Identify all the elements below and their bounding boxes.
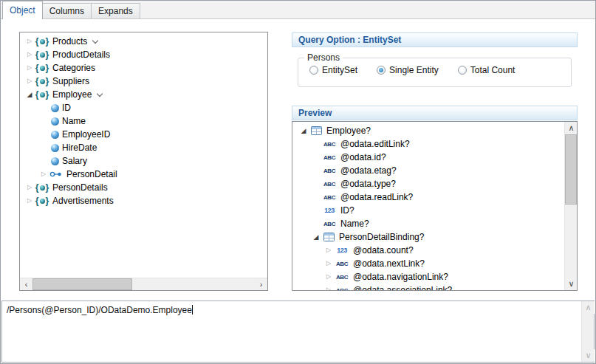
preview-tree-row[interactable]: ABCName? xyxy=(292,217,564,230)
123-number-icon: 123 xyxy=(334,247,350,254)
tab-expands[interactable]: Expands xyxy=(91,3,140,18)
field-icon xyxy=(51,131,59,139)
collapsed-expander-icon[interactable]: ▷ xyxy=(323,287,334,290)
entity-tree-row[interactable]: ◢{}Employee xyxy=(20,88,267,101)
field-icon xyxy=(51,104,59,112)
tab-object[interactable]: Object xyxy=(2,1,43,19)
collapsed-expander-icon[interactable]: ▷ xyxy=(24,52,35,58)
tree-item-label: Employee? xyxy=(326,126,371,136)
radio-button[interactable] xyxy=(458,66,467,75)
abc-string-icon: ABC xyxy=(321,181,338,188)
preview-tree-row[interactable]: ▷ABC@odata.nextLink? xyxy=(292,257,564,270)
odata-source-editor-window: ObjectColumnsExpands ▷{}Products▷{}Produ… xyxy=(0,0,596,364)
tree-item-label: Name? xyxy=(340,219,369,229)
abc-string-icon: ABC xyxy=(321,154,338,161)
tree-item-label: ProductDetails xyxy=(52,49,110,60)
tree-item-label: @odata.editLink? xyxy=(340,139,410,149)
radio-label: Single Entity xyxy=(389,65,439,75)
preview-tree-row[interactable]: ABC@odata.type? xyxy=(292,177,564,190)
tree-item-label: Advertisements xyxy=(52,196,114,206)
collapsed-expander-icon[interactable]: ▷ xyxy=(323,274,334,280)
preview-tree-row[interactable]: ABC@odata.etag? xyxy=(292,164,564,177)
chevron-down-icon[interactable] xyxy=(92,38,100,45)
tab-strip: ObjectColumnsExpands xyxy=(1,1,595,19)
entity-set-icon: {} xyxy=(35,90,49,99)
preview-tree-row[interactable]: ABC@odata.editLink? xyxy=(292,137,564,151)
collapsed-expander-icon[interactable]: ▷ xyxy=(323,247,334,253)
collapsed-expander-icon[interactable]: ▷ xyxy=(24,78,35,84)
tree-item-label: ID? xyxy=(340,205,354,216)
scroll-down-button[interactable]: ∨ xyxy=(565,278,578,290)
scroll-up-button[interactable]: ∧ xyxy=(582,301,595,314)
scrollbar-track[interactable] xyxy=(582,314,594,349)
collapsed-expander-icon[interactable]: ▷ xyxy=(24,185,35,190)
query-path-text[interactable]: /Persons(@Person_ID)/ODataDemo.Employee xyxy=(7,305,578,315)
scroll-left-button[interactable]: ‹ xyxy=(20,278,32,291)
tree-item-label: Categories xyxy=(52,63,95,73)
preview-tree-row[interactable]: ▷ABC@odata.navigationLink? xyxy=(292,270,564,284)
preview-tree-row[interactable]: ABC@odata.readLink? xyxy=(292,190,564,204)
field-icon xyxy=(51,144,59,152)
scrollbar-thumb[interactable] xyxy=(32,278,132,290)
scroll-down-button[interactable]: ∨ xyxy=(582,349,595,362)
entity-set-icon: {} xyxy=(35,63,49,72)
collapsed-expander-icon[interactable]: ▷ xyxy=(24,65,35,71)
query-path-value[interactable]: /Persons(@Person_ID)/ODataDemo.Employee xyxy=(7,305,192,315)
expanded-expander-icon[interactable]: ◢ xyxy=(298,128,309,134)
editor-vertical-scrollbar[interactable]: ∧ ∨ xyxy=(581,301,594,362)
radio-option-total-count[interactable]: Total Count xyxy=(458,65,515,75)
entity-tree-panel: ▷{}Products▷{}ProductDetails▷{}Categorie… xyxy=(19,32,268,291)
abc-string-icon: ABC xyxy=(334,287,350,291)
preview-tree-row[interactable]: ◢PersonDetailBinding? xyxy=(292,230,564,244)
navigation-property-icon xyxy=(49,171,64,178)
tree-item-label: @odata.navigationLink? xyxy=(353,272,448,282)
scrollbar-thumb[interactable] xyxy=(565,134,577,205)
scroll-right-button[interactable]: › xyxy=(255,278,267,291)
preview-tree-row[interactable]: ▷ABC@odata.associationLink? xyxy=(292,284,564,290)
preview-vertical-scrollbar[interactable]: ∧ ∨ xyxy=(564,122,577,290)
entity-tree-horizontal-scrollbar[interactable]: ‹ › xyxy=(20,278,267,290)
entity-tree-row[interactable]: Salary xyxy=(20,154,267,168)
entity-tree-row[interactable]: ▷{}ProductDetails xyxy=(20,48,267,61)
radio-button-selected[interactable] xyxy=(377,66,386,75)
abc-string-icon: ABC xyxy=(334,274,350,281)
query-path-editor[interactable]: /Persons(@Person_ID)/ODataDemo.Employee … xyxy=(1,301,595,363)
entity-tree-row[interactable]: EmployeeID xyxy=(20,128,267,141)
entity-tree-row[interactable]: ▷{}PersonDetails xyxy=(20,181,267,194)
tree-item-label: @odata.id? xyxy=(340,152,386,162)
chevron-down-icon[interactable] xyxy=(96,91,104,98)
tree-item-label: PersonDetails xyxy=(52,182,108,193)
text-caret xyxy=(192,305,193,315)
preview-tree-row[interactable]: ◢Employee? xyxy=(292,124,564,137)
preview-tree-row[interactable]: ABC@odata.id? xyxy=(292,151,564,164)
entity-tree-row[interactable]: HireDate xyxy=(20,141,267,154)
collapsed-expander-icon[interactable]: ▷ xyxy=(323,261,334,267)
collapsed-expander-icon[interactable]: ▷ xyxy=(38,171,49,177)
entity-tree-row[interactable]: ▷{}Suppliers xyxy=(20,75,267,88)
tab-columns[interactable]: Columns xyxy=(42,3,92,18)
entity-tree-row[interactable]: ▷{}Advertisements xyxy=(20,194,267,207)
entity-tree-row[interactable]: ▷PersonDetail xyxy=(20,168,267,181)
expanded-expander-icon[interactable]: ◢ xyxy=(311,234,321,241)
entity-tree-row[interactable]: ▷{}Products xyxy=(20,35,267,48)
tree-item-label: @odata.nextLink? xyxy=(353,258,425,269)
expanded-expander-icon[interactable]: ◢ xyxy=(24,92,35,98)
radio-button[interactable] xyxy=(309,66,318,75)
scrollbar-track[interactable] xyxy=(32,278,255,290)
entity-tree-row[interactable]: ▷{}Categories xyxy=(20,61,267,75)
field-icon xyxy=(51,157,59,165)
preview-tree-row[interactable]: ▷123@odata.count? xyxy=(292,244,564,257)
entity-tree-row[interactable]: ID xyxy=(20,101,267,114)
collapsed-expander-icon[interactable]: ▷ xyxy=(24,38,35,44)
radio-option-entityset[interactable]: EntitySet xyxy=(309,65,357,75)
tree-item-label: HireDate xyxy=(62,142,97,153)
collapsed-expander-icon[interactable]: ▷ xyxy=(24,198,35,204)
tree-item-label: @odata.count? xyxy=(353,245,414,255)
field-icon xyxy=(51,117,59,126)
radio-option-single-entity[interactable]: Single Entity xyxy=(377,65,439,75)
entity-tree-row[interactable]: Name xyxy=(20,114,267,128)
scrollbar-track[interactable] xyxy=(565,134,577,278)
preview-tree-row[interactable]: 123ID? xyxy=(292,204,564,217)
scroll-up-button[interactable]: ∧ xyxy=(565,122,578,134)
tree-item-label: Salary xyxy=(62,156,87,166)
